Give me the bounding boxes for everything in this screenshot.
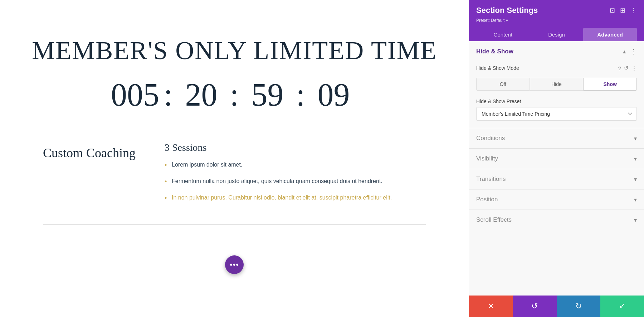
panel-header-top: Section Settings ⊡ ⊞ ⋮ <box>476 6 637 15</box>
list-item: Lorem ipsum dolor sit amet. <box>165 160 426 169</box>
more-icon[interactable]: ⋮ <box>630 6 637 14</box>
panel-header-icons: ⊡ ⊞ ⋮ <box>610 6 637 14</box>
tab-content[interactable]: Content <box>476 28 530 41</box>
redo-button[interactable]: ↻ <box>557 296 600 317</box>
visibility-section[interactable]: Visibility ▾ <box>469 149 644 169</box>
hs-toggle-show[interactable]: Show <box>583 78 637 91</box>
panel-tabs: Content Design Advanced <box>476 28 637 41</box>
conditions-chevron: ▾ <box>634 135 637 142</box>
list-item: In non pulvinar purus. Curabitur nisi od… <box>165 193 426 202</box>
sessions-content: 3 Sessions Lorem ipsum dolor sit amet. F… <box>165 142 426 210</box>
list-item: Fermentum nulla non justo aliquet, quis … <box>165 177 426 186</box>
countdown-sep3: : <box>293 76 309 113</box>
hs-mode-label: Hide & Show Mode <box>476 65 615 71</box>
transitions-title: Transitions <box>476 176 506 183</box>
countdown-hours: 005 <box>110 76 160 113</box>
canvas-area: MEMBER'S ONLY LIMITED TIME 005 : 20 : 59… <box>0 0 469 317</box>
save-button[interactable]: ✓ <box>600 296 644 317</box>
transitions-chevron: ▾ <box>634 176 637 183</box>
redo-icon: ↻ <box>575 302 582 311</box>
cancel-button[interactable]: ✕ <box>469 296 513 317</box>
section-header-left: Hide & Show <box>476 48 513 55</box>
tab-advanced[interactable]: Advanced <box>583 28 637 41</box>
hs-preset-label: Hide & Show Preset <box>476 99 637 104</box>
hs-toggle-off[interactable]: Off <box>476 78 530 91</box>
cancel-icon: ✕ <box>488 302 494 311</box>
hs-reset-icon[interactable]: ↺ <box>624 65 629 71</box>
hide-show-section: Hide & Show ▲ ⋮ Hide & Show Mode ? ↺ ⋮ <box>469 41 644 128</box>
preset-arrow: ▾ <box>506 18 508 23</box>
coaching-title: Custom Coaching <box>43 142 143 210</box>
countdown-seconds: 59 <box>243 76 293 113</box>
panel-footer: ✕ ↺ ↻ ✓ <box>469 296 644 317</box>
visibility-title: Visibility <box>476 155 498 162</box>
scroll-effects-title: Scroll Effects <box>476 216 512 224</box>
frame-icon[interactable]: ⊡ <box>610 6 615 14</box>
position-section[interactable]: Position ▾ <box>469 189 644 210</box>
scroll-effects-chevron: ▾ <box>634 217 637 224</box>
save-icon: ✓ <box>619 302 625 311</box>
visibility-chevron: ▾ <box>634 155 637 162</box>
fab-dots-icon: ••• <box>230 260 239 269</box>
countdown-sep2: : <box>226 76 242 113</box>
transitions-section[interactable]: Transitions ▾ <box>469 169 644 189</box>
hs-toggle-group: Off Hide Show <box>476 78 637 91</box>
sessions-list: Lorem ipsum dolor sit amet. Fermentum nu… <box>165 160 426 202</box>
panel-body: Hide & Show ▲ ⋮ Hide & Show Mode ? ↺ ⋮ <box>469 41 644 296</box>
hs-more-icon[interactable]: ⋮ <box>631 65 637 71</box>
undo-button[interactable]: ↺ <box>513 296 556 317</box>
tab-design[interactable]: Design <box>530 28 584 41</box>
hs-mode-icons: ? ↺ ⋮ <box>618 65 637 71</box>
panel-preset[interactable]: Preset: Default ▾ <box>476 17 637 23</box>
divider <box>43 224 426 225</box>
hs-toggle-hide[interactable]: Hide <box>530 78 584 91</box>
panel-title: Section Settings <box>476 6 538 15</box>
hide-show-more-icon[interactable]: ⋮ <box>630 48 637 56</box>
position-chevron: ▾ <box>634 196 637 203</box>
hero-title: MEMBER'S ONLY LIMITED TIME <box>21 36 447 66</box>
hide-show-title: Hide & Show <box>476 48 513 55</box>
countdown: 005 : 20 : 59 : 09 <box>21 76 447 113</box>
conditions-title: Conditions <box>476 135 505 142</box>
fab-button[interactable]: ••• <box>225 255 244 274</box>
undo-icon: ↺ <box>531 302 538 311</box>
sessions-title: 3 Sessions <box>165 142 426 153</box>
hs-mode-row: Hide & Show Mode ? ↺ ⋮ <box>476 65 637 71</box>
settings-panel: Section Settings ⊡ ⊞ ⋮ Preset: Default ▾… <box>469 0 644 317</box>
hide-show-header[interactable]: Hide & Show ▲ ⋮ <box>469 41 644 62</box>
countdown-frames: 09 <box>309 76 359 113</box>
hs-preset-select[interactable]: Member's Limited Time Pricing <box>476 107 637 121</box>
preset-text: Preset: Default <box>476 18 504 23</box>
panel-header: Section Settings ⊡ ⊞ ⋮ Preset: Default ▾… <box>469 0 644 41</box>
countdown-minutes: 20 <box>176 76 226 113</box>
coaching-section: Custom Coaching 3 Sessions Lorem ipsum d… <box>21 135 447 217</box>
hide-show-content: Hide & Show Mode ? ↺ ⋮ Off Hide Show Hid… <box>469 62 644 128</box>
hs-help-icon[interactable]: ? <box>618 65 621 71</box>
hide-show-chevron-up[interactable]: ▲ <box>622 49 627 54</box>
conditions-section[interactable]: Conditions ▾ <box>469 128 644 149</box>
position-title: Position <box>476 196 498 203</box>
columns-icon[interactable]: ⊞ <box>620 6 625 14</box>
countdown-sep1: : <box>160 76 176 113</box>
scroll-effects-section[interactable]: Scroll Effects ▾ <box>469 210 644 230</box>
